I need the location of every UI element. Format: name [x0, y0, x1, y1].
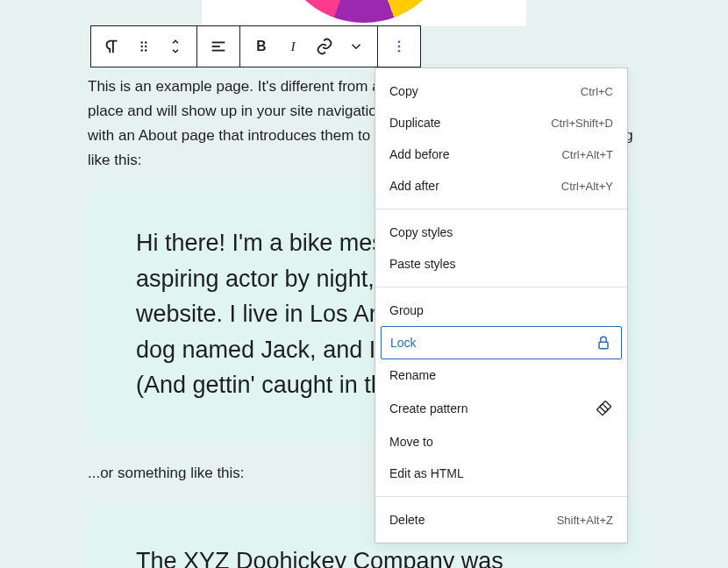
svg-point-4 [141, 49, 143, 51]
menu-item-add-before[interactable]: Add before Ctrl+Alt+T [375, 138, 627, 170]
lock-icon [595, 334, 612, 351]
menu-item-rename[interactable]: Rename [375, 359, 627, 391]
menu-item-label: Create pattern [389, 401, 468, 415]
menu-section: Copy styles Paste styles [375, 209, 627, 288]
svg-point-13 [398, 50, 401, 53]
toolbar-group-align [197, 26, 240, 67]
menu-item-lock[interactable]: Lock [381, 326, 622, 359]
toolbar-group-more [378, 26, 420, 67]
move-up-down-button[interactable] [160, 26, 191, 67]
bold-button[interactable]: B [246, 26, 277, 67]
svg-text:B: B [256, 39, 266, 53]
menu-item-create-pattern[interactable]: Create pattern [375, 391, 627, 426]
menu-item-shortcut: Ctrl+Alt+Y [561, 180, 613, 193]
menu-item-label: Paste styles [389, 257, 455, 271]
italic-button[interactable]: I [277, 26, 309, 67]
svg-point-3 [145, 46, 146, 47]
align-button[interactable] [203, 26, 234, 67]
menu-item-label: Delete [389, 513, 425, 527]
more-options-button[interactable] [383, 26, 415, 67]
menu-section: Group Lock Rename Create pattern Move to… [375, 288, 627, 497]
header-image-container [202, 0, 526, 26]
svg-rect-14 [599, 342, 608, 349]
menu-item-shortcut: Shift+Alt+Z [557, 514, 613, 527]
menu-item-delete[interactable]: Delete Shift+Alt+Z [375, 504, 627, 536]
menu-item-label: Group [389, 303, 424, 317]
pattern-icon [596, 400, 613, 417]
svg-point-12 [398, 46, 401, 48]
menu-section: Delete Shift+Alt+Z [375, 497, 627, 543]
menu-item-label: Copy styles [389, 225, 453, 239]
link-button[interactable] [309, 26, 340, 67]
menu-item-move-to[interactable]: Move to [375, 426, 627, 458]
svg-point-11 [398, 40, 401, 43]
quote-text: The XYZ Doohickey Company was [136, 543, 592, 568]
svg-point-2 [141, 46, 143, 47]
block-toolbar: B I [90, 25, 421, 67]
menu-item-edit-as-html[interactable]: Edit as HTML [375, 458, 627, 489]
svg-text:I: I [289, 39, 296, 53]
menu-item-paste-styles[interactable]: Paste styles [375, 248, 627, 280]
logo-circle [276, 0, 452, 23]
svg-point-1 [145, 41, 146, 43]
menu-item-shortcut: Ctrl+Shift+D [551, 117, 613, 130]
menu-item-add-after[interactable]: Add after Ctrl+Alt+Y [375, 170, 627, 202]
toolbar-group-block [91, 26, 197, 67]
menu-item-duplicate[interactable]: Duplicate Ctrl+Shift+D [375, 107, 627, 138]
menu-section: Copy Ctrl+C Duplicate Ctrl+Shift+D Add b… [375, 68, 627, 209]
menu-item-copy-styles[interactable]: Copy styles [375, 217, 627, 248]
block-type-paragraph-button[interactable] [96, 26, 128, 67]
menu-item-label: Copy [389, 84, 418, 98]
menu-item-shortcut: Ctrl+C [581, 85, 613, 98]
menu-item-label: Edit as HTML [389, 466, 464, 480]
menu-item-label: Add after [389, 179, 439, 193]
menu-item-label: Lock [390, 336, 417, 350]
block-options-menu: Copy Ctrl+C Duplicate Ctrl+Shift+D Add b… [375, 67, 628, 543]
menu-item-copy[interactable]: Copy Ctrl+C [375, 75, 627, 107]
menu-item-label: Duplicate [389, 116, 440, 130]
format-dropdown-button[interactable] [340, 26, 372, 67]
drag-handle-button[interactable] [128, 26, 160, 67]
menu-item-group[interactable]: Group [375, 295, 627, 326]
menu-item-label: Rename [389, 368, 436, 382]
svg-point-5 [145, 49, 146, 51]
svg-point-0 [141, 41, 143, 43]
menu-item-shortcut: Ctrl+Alt+T [561, 148, 613, 161]
menu-item-label: Move to [389, 435, 433, 449]
toolbar-group-format: B I [240, 26, 378, 67]
menu-item-label: Add before [389, 147, 450, 161]
